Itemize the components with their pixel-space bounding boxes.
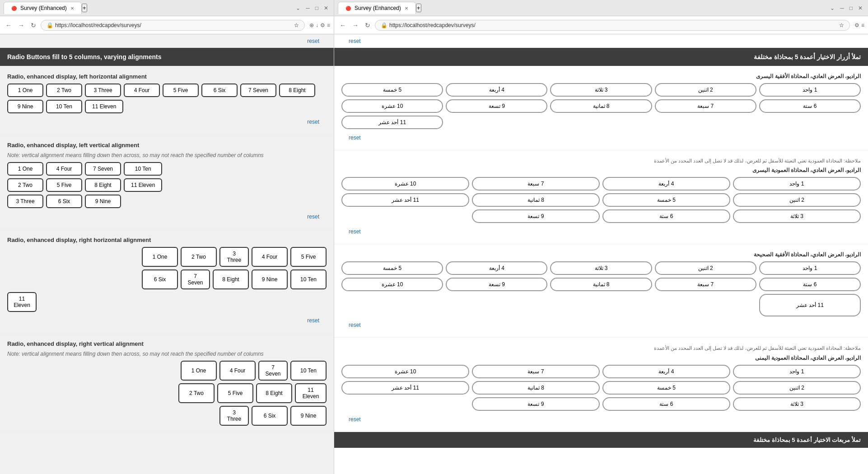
rtl-radio-btn[interactable]: 1 واحد xyxy=(759,83,861,97)
radio-btn[interactable]: 2 Two xyxy=(46,84,82,97)
left-star-icon[interactable]: ☆ xyxy=(294,22,299,28)
rtl-radio-btn[interactable]: 2 اثنين xyxy=(733,193,861,207)
right-more-icon[interactable]: ≡ xyxy=(861,22,864,28)
rtl-radio-btn[interactable]: 3 ثلاثة xyxy=(550,83,652,97)
left-download-icon[interactable]: ↓ xyxy=(316,22,318,28)
right-new-tab-button[interactable]: + xyxy=(416,4,421,12)
section1-reset[interactable]: reset xyxy=(7,117,327,127)
rtl-radio-btn[interactable]: 6 ستة xyxy=(602,397,730,411)
rtl-section2-reset[interactable]: reset xyxy=(341,227,861,237)
rtl-radio-btn[interactable]: 8 ثمانية xyxy=(472,193,600,207)
radio-btn[interactable]: 1 One xyxy=(7,162,43,176)
rtl-radio-btn[interactable]: 8 ثمانية xyxy=(550,278,652,291)
radio-btn[interactable]: 3 Three xyxy=(7,195,43,208)
left-close-window[interactable]: ✕ xyxy=(322,4,330,12)
rtl-radio-btn[interactable]: 11 أحد عشر xyxy=(341,116,443,129)
radio-btn[interactable]: 4 Four xyxy=(219,361,256,381)
rtl-radio-btn[interactable]: 1 واحد xyxy=(733,177,861,191)
right-minimize[interactable]: ─ xyxy=(838,4,846,12)
right-back-button[interactable]: ← xyxy=(338,21,348,30)
rtl-radio-btn[interactable]: 1 واحد xyxy=(759,261,861,275)
radio-btn[interactable]: 8 Eight xyxy=(279,84,315,97)
radio-btn[interactable]: 2 Two xyxy=(178,383,215,403)
radio-btn[interactable]: 10 Ten xyxy=(290,361,327,381)
right-reset-top[interactable]: reset xyxy=(341,36,861,46)
rtl-radio-btn[interactable]: 8 ثمانية xyxy=(550,99,652,113)
rtl-section1-reset[interactable]: reset xyxy=(341,133,861,143)
radio-btn[interactable]: 11 Eleven xyxy=(85,100,123,113)
radio-btn[interactable]: 5 Five xyxy=(290,247,327,267)
right-close-window[interactable]: ✕ xyxy=(856,4,864,12)
left-forward-button[interactable]: → xyxy=(16,21,26,30)
radio-btn[interactable]: 3 Three xyxy=(219,406,249,426)
rtl-radio-btn[interactable]: 11 أحد عشر xyxy=(341,381,469,395)
rtl-radio-btn[interactable]: 10 عشرة xyxy=(341,365,469,378)
right-forward-button[interactable]: → xyxy=(350,21,360,30)
radio-btn[interactable]: 10 Ten xyxy=(124,162,162,176)
rtl-radio-btn[interactable]: 5 خمسة xyxy=(341,83,443,97)
radio-btn[interactable]: 8 Eight xyxy=(213,270,249,289)
rtl-radio-btn[interactable]: 4 أربعة xyxy=(446,261,547,275)
radio-btn[interactable]: 7 Seven xyxy=(240,84,276,97)
radio-btn[interactable]: 8 Eight xyxy=(85,178,121,192)
right-url-box[interactable]: 🔒 https://localhost/redcapdev/surveys/ ☆ xyxy=(375,20,850,31)
rtl-radio-btn[interactable]: 11 أحد عشر xyxy=(759,294,861,316)
left-bookmark-icon[interactable]: ⊕ xyxy=(309,22,314,28)
radio-btn[interactable]: 7 Seven xyxy=(85,162,121,176)
radio-btn[interactable]: 9 Nine xyxy=(85,195,121,208)
left-minimize[interactable]: ─ xyxy=(304,4,312,12)
section2-reset[interactable]: reset xyxy=(7,212,327,222)
radio-btn[interactable]: 3 Three xyxy=(85,84,121,97)
radio-btn[interactable]: 6 Six xyxy=(201,84,238,97)
rtl-radio-btn[interactable]: 11 أحد عشر xyxy=(341,193,469,207)
rtl-radio-btn[interactable]: 4 أربعة xyxy=(602,177,730,191)
radio-btn[interactable]: 2 Two xyxy=(181,247,217,267)
rtl-radio-btn[interactable]: 6 ستة xyxy=(759,99,861,113)
rtl-radio-btn[interactable]: 4 أربعة xyxy=(602,365,730,378)
radio-btn[interactable]: 11 Eleven xyxy=(295,383,327,403)
rtl-radio-btn[interactable]: 8 ثمانية xyxy=(472,381,600,395)
right-star-icon[interactable]: ☆ xyxy=(839,22,844,28)
radio-btn[interactable]: 10 Ten xyxy=(290,270,327,289)
radio-btn[interactable]: 2 Two xyxy=(7,178,43,192)
radio-btn[interactable]: 3 Three xyxy=(219,247,249,267)
left-extensions-icon[interactable]: ⚙ xyxy=(320,22,325,28)
rtl-radio-btn[interactable]: 7 سبعة xyxy=(655,99,756,113)
rtl-radio-btn[interactable]: 3 ثلاثة xyxy=(733,209,861,223)
radio-btn[interactable]: 1 One xyxy=(142,247,178,267)
left-more-icon[interactable]: ≡ xyxy=(327,22,330,28)
left-tab[interactable]: 🔴 Survey (Enhanced) ✕ xyxy=(4,2,82,14)
left-reset-top[interactable]: reset xyxy=(7,36,327,46)
right-tab-close[interactable]: ✕ xyxy=(405,6,408,11)
radio-btn[interactable]: 11 Eleven xyxy=(7,292,37,312)
left-back-button[interactable]: ← xyxy=(4,21,14,30)
left-tab-close[interactable]: ✕ xyxy=(70,6,74,11)
radio-btn[interactable]: 6 Six xyxy=(142,270,178,289)
section3-reset[interactable]: reset xyxy=(7,316,327,325)
rtl-radio-btn[interactable]: 9 تسعة xyxy=(472,209,600,223)
rtl-radio-btn[interactable]: 6 ستة xyxy=(759,278,861,291)
radio-btn[interactable]: 5 Five xyxy=(217,383,253,403)
radio-btn[interactable]: 9 Nine xyxy=(7,100,43,113)
left-new-tab-button[interactable]: + xyxy=(82,4,87,12)
rtl-section3-reset[interactable]: reset xyxy=(341,320,861,330)
rtl-radio-btn[interactable]: 10 عشرة xyxy=(341,278,443,291)
rtl-radio-btn[interactable]: 1 واحد xyxy=(733,365,861,378)
rtl-radio-btn[interactable]: 7 سبعة xyxy=(472,177,600,191)
rtl-radio-btn[interactable]: 10 عشرة xyxy=(341,177,469,191)
right-tab-dropdown[interactable]: ⌄ xyxy=(828,4,836,12)
left-maximize[interactable]: □ xyxy=(313,4,320,12)
rtl-radio-btn[interactable]: 2 اثنين xyxy=(655,261,756,275)
right-maximize[interactable]: □ xyxy=(848,4,854,12)
left-tab-dropdown[interactable]: ⌄ xyxy=(294,4,302,12)
radio-btn[interactable]: 10 Ten xyxy=(46,100,82,113)
radio-btn[interactable]: 4 Four xyxy=(46,162,82,176)
rtl-radio-btn[interactable]: 6 ستة xyxy=(602,209,730,223)
rtl-radio-btn[interactable]: 7 سبعة xyxy=(655,278,756,291)
rtl-radio-btn[interactable]: 9 تسعة xyxy=(446,99,547,113)
rtl-section4-reset[interactable]: reset xyxy=(341,414,861,424)
rtl-radio-btn[interactable]: 9 تسعة xyxy=(472,397,600,411)
rtl-radio-btn[interactable]: 7 سبعة xyxy=(472,365,600,378)
rtl-radio-btn[interactable]: 10 عشرة xyxy=(341,99,443,113)
radio-btn[interactable]: 1 One xyxy=(7,84,43,97)
